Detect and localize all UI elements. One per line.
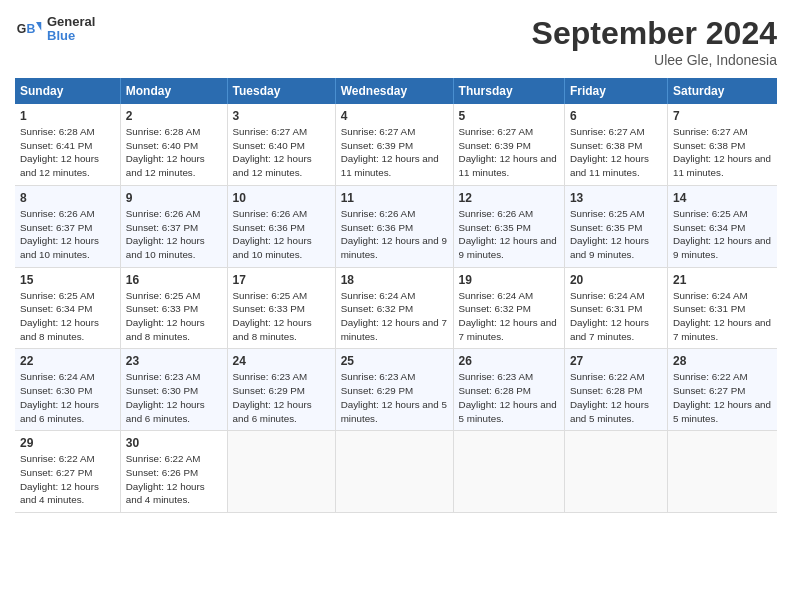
calendar-week-row: 1Sunrise: 6:28 AMSunset: 6:41 PMDaylight… [15,104,777,185]
day-number: 7 [673,109,772,123]
day-info: Sunrise: 6:22 AMSunset: 6:28 PMDaylight:… [570,370,662,425]
day-info: Sunrise: 6:27 AMSunset: 6:40 PMDaylight:… [233,125,330,180]
day-number: 19 [459,273,559,287]
day-info: Sunrise: 6:23 AMSunset: 6:28 PMDaylight:… [459,370,559,425]
calendar-week-row: 22Sunrise: 6:24 AMSunset: 6:30 PMDayligh… [15,349,777,431]
day-number: 17 [233,273,330,287]
header-saturday: Saturday [667,78,777,104]
logo-icon: G B [15,15,43,43]
calendar-day-cell: 5Sunrise: 6:27 AMSunset: 6:39 PMDaylight… [453,104,564,185]
day-info: Sunrise: 6:26 AMSunset: 6:37 PMDaylight:… [20,207,115,262]
day-number: 11 [341,191,448,205]
calendar-day-cell: 9Sunrise: 6:26 AMSunset: 6:37 PMDaylight… [120,185,227,267]
calendar-day-cell: 6Sunrise: 6:27 AMSunset: 6:38 PMDaylight… [564,104,667,185]
calendar-day-cell: 17Sunrise: 6:25 AMSunset: 6:33 PMDayligh… [227,267,335,349]
day-number: 15 [20,273,115,287]
calendar-day-cell: 10Sunrise: 6:26 AMSunset: 6:36 PMDayligh… [227,185,335,267]
calendar-table: SundayMondayTuesdayWednesdayThursdayFrid… [15,78,777,513]
svg-text:B: B [26,22,35,36]
calendar-day-cell: 24Sunrise: 6:23 AMSunset: 6:29 PMDayligh… [227,349,335,431]
header-sunday: Sunday [15,78,120,104]
day-info: Sunrise: 6:24 AMSunset: 6:31 PMDaylight:… [673,289,772,344]
calendar-day-cell: 19Sunrise: 6:24 AMSunset: 6:32 PMDayligh… [453,267,564,349]
calendar-day-cell: 12Sunrise: 6:26 AMSunset: 6:35 PMDayligh… [453,185,564,267]
day-info: Sunrise: 6:24 AMSunset: 6:32 PMDaylight:… [459,289,559,344]
logo: G B General Blue [15,15,95,44]
day-number: 12 [459,191,559,205]
calendar-day-cell: 25Sunrise: 6:23 AMSunset: 6:29 PMDayligh… [335,349,453,431]
logo-text: General Blue [47,15,95,44]
day-info: Sunrise: 6:23 AMSunset: 6:29 PMDaylight:… [233,370,330,425]
calendar-day-cell [564,431,667,513]
calendar-header-row: SundayMondayTuesdayWednesdayThursdayFrid… [15,78,777,104]
day-info: Sunrise: 6:24 AMSunset: 6:30 PMDaylight:… [20,370,115,425]
day-number: 27 [570,354,662,368]
svg-text:G: G [17,22,27,36]
day-number: 6 [570,109,662,123]
day-info: Sunrise: 6:25 AMSunset: 6:35 PMDaylight:… [570,207,662,262]
calendar-week-row: 15Sunrise: 6:25 AMSunset: 6:34 PMDayligh… [15,267,777,349]
header-friday: Friday [564,78,667,104]
day-number: 4 [341,109,448,123]
day-info: Sunrise: 6:22 AMSunset: 6:27 PMDaylight:… [20,452,115,507]
header-thursday: Thursday [453,78,564,104]
day-number: 30 [126,436,222,450]
page-header: G B General Blue September 2024 Ulee Gle… [15,15,777,68]
calendar-day-cell [227,431,335,513]
day-info: Sunrise: 6:26 AMSunset: 6:36 PMDaylight:… [233,207,330,262]
location: Ulee Gle, Indonesia [532,52,777,68]
calendar-day-cell: 15Sunrise: 6:25 AMSunset: 6:34 PMDayligh… [15,267,120,349]
day-number: 23 [126,354,222,368]
day-info: Sunrise: 6:28 AMSunset: 6:41 PMDaylight:… [20,125,115,180]
month-title: September 2024 [532,15,777,52]
day-number: 18 [341,273,448,287]
header-tuesday: Tuesday [227,78,335,104]
day-info: Sunrise: 6:27 AMSunset: 6:38 PMDaylight:… [570,125,662,180]
day-info: Sunrise: 6:27 AMSunset: 6:39 PMDaylight:… [341,125,448,180]
day-number: 1 [20,109,115,123]
day-info: Sunrise: 6:26 AMSunset: 6:36 PMDaylight:… [341,207,448,262]
calendar-day-cell [335,431,453,513]
day-info: Sunrise: 6:25 AMSunset: 6:34 PMDaylight:… [673,207,772,262]
calendar-day-cell: 7Sunrise: 6:27 AMSunset: 6:38 PMDaylight… [667,104,777,185]
day-info: Sunrise: 6:23 AMSunset: 6:29 PMDaylight:… [341,370,448,425]
calendar-day-cell: 3Sunrise: 6:27 AMSunset: 6:40 PMDaylight… [227,104,335,185]
calendar-day-cell [453,431,564,513]
calendar-day-cell: 18Sunrise: 6:24 AMSunset: 6:32 PMDayligh… [335,267,453,349]
day-number: 28 [673,354,772,368]
calendar-day-cell: 11Sunrise: 6:26 AMSunset: 6:36 PMDayligh… [335,185,453,267]
calendar-day-cell [667,431,777,513]
calendar-day-cell: 1Sunrise: 6:28 AMSunset: 6:41 PMDaylight… [15,104,120,185]
day-number: 21 [673,273,772,287]
day-number: 2 [126,109,222,123]
day-number: 14 [673,191,772,205]
day-number: 29 [20,436,115,450]
day-number: 5 [459,109,559,123]
day-info: Sunrise: 6:25 AMSunset: 6:34 PMDaylight:… [20,289,115,344]
day-number: 20 [570,273,662,287]
calendar-day-cell: 2Sunrise: 6:28 AMSunset: 6:40 PMDaylight… [120,104,227,185]
calendar-day-cell: 22Sunrise: 6:24 AMSunset: 6:30 PMDayligh… [15,349,120,431]
day-info: Sunrise: 6:25 AMSunset: 6:33 PMDaylight:… [126,289,222,344]
day-info: Sunrise: 6:27 AMSunset: 6:39 PMDaylight:… [459,125,559,180]
calendar-day-cell: 23Sunrise: 6:23 AMSunset: 6:30 PMDayligh… [120,349,227,431]
day-number: 8 [20,191,115,205]
day-info: Sunrise: 6:26 AMSunset: 6:37 PMDaylight:… [126,207,222,262]
calendar-day-cell: 13Sunrise: 6:25 AMSunset: 6:35 PMDayligh… [564,185,667,267]
header-monday: Monday [120,78,227,104]
day-number: 25 [341,354,448,368]
day-info: Sunrise: 6:24 AMSunset: 6:31 PMDaylight:… [570,289,662,344]
calendar-day-cell: 28Sunrise: 6:22 AMSunset: 6:27 PMDayligh… [667,349,777,431]
calendar-week-row: 8Sunrise: 6:26 AMSunset: 6:37 PMDaylight… [15,185,777,267]
day-info: Sunrise: 6:27 AMSunset: 6:38 PMDaylight:… [673,125,772,180]
day-info: Sunrise: 6:22 AMSunset: 6:27 PMDaylight:… [673,370,772,425]
day-number: 13 [570,191,662,205]
day-number: 10 [233,191,330,205]
day-info: Sunrise: 6:23 AMSunset: 6:30 PMDaylight:… [126,370,222,425]
calendar-day-cell: 30Sunrise: 6:22 AMSunset: 6:26 PMDayligh… [120,431,227,513]
day-number: 16 [126,273,222,287]
calendar-day-cell: 4Sunrise: 6:27 AMSunset: 6:39 PMDaylight… [335,104,453,185]
calendar-day-cell: 29Sunrise: 6:22 AMSunset: 6:27 PMDayligh… [15,431,120,513]
calendar-day-cell: 27Sunrise: 6:22 AMSunset: 6:28 PMDayligh… [564,349,667,431]
title-block: September 2024 Ulee Gle, Indonesia [532,15,777,68]
